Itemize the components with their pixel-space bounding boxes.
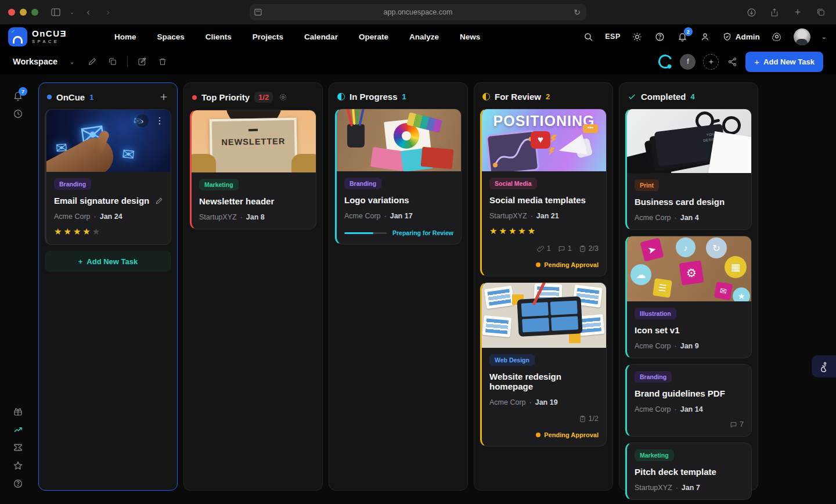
share-board-icon[interactable]	[726, 56, 738, 67]
logo-check-icon: ✓	[10, 28, 16, 35]
status-badge: Pending Approval	[544, 261, 599, 268]
task-card-newsletter[interactable]: NEWSLETTER Marketing Newsletter header S…	[190, 110, 316, 229]
alerts-bell-icon[interactable]: 7	[13, 91, 23, 101]
checklist-count: 1/2	[579, 415, 599, 423]
zoom-window-button[interactable]	[31, 9, 38, 16]
minimize-window-button[interactable]	[20, 9, 27, 16]
member-avatar[interactable]: f	[680, 54, 696, 70]
edit-title-pencil-icon[interactable]	[155, 197, 163, 205]
user-icon[interactable]	[700, 31, 711, 42]
sidebar-chevron-icon[interactable]: ⌄	[69, 5, 75, 19]
theme-toggle-icon[interactable]	[632, 31, 643, 42]
column-count: 1/2	[254, 92, 273, 103]
rating-stars: ★★★★★	[54, 226, 163, 237]
add-new-task-button[interactable]: + Add New Task	[745, 52, 823, 72]
close-window-button[interactable]	[8, 9, 15, 16]
status-dot	[536, 433, 540, 437]
task-card-website-redesign[interactable]: Web Design Website redesign homepage Acm…	[480, 282, 607, 447]
invite-member-button[interactable]: +	[703, 54, 719, 70]
card-date: Jan 8	[246, 213, 265, 221]
menu-item-analyze[interactable]: Analyze	[409, 33, 439, 41]
settings-gear-icon[interactable]	[771, 31, 783, 42]
menu-item-clients[interactable]: Clients	[206, 33, 232, 41]
status-row: Pending Approval	[489, 431, 599, 438]
tag-badge: Branding	[344, 178, 381, 189]
column-count: 1	[402, 92, 406, 101]
notifications-bell-icon[interactable]: 2	[677, 31, 689, 42]
forward-icon[interactable]: ›	[101, 5, 115, 19]
card-more-icon[interactable]: ⋮	[153, 114, 166, 127]
card-meta-icons: 1/2	[489, 415, 599, 423]
menu-item-news[interactable]: News	[460, 33, 480, 41]
progress-label: Preparing for Review	[392, 229, 453, 236]
tickets-icon[interactable]	[13, 442, 23, 453]
rename-pencil-icon[interactable]	[87, 56, 98, 67]
tag-badge: Marketing	[199, 179, 239, 190]
card-client: StartupXYZ	[635, 484, 672, 492]
column-count: 2	[546, 92, 550, 101]
column-half-circle-icon	[337, 93, 345, 100]
support-help-icon[interactable]	[13, 478, 23, 489]
task-card-brand-guidelines[interactable]: Branding Brand guidelines PDF Acme Corp …	[625, 364, 752, 437]
task-card-pitch-deck[interactable]: Marketing Pitch deck template StartupXYZ…	[625, 442, 752, 500]
edit-board-icon[interactable]	[136, 56, 148, 67]
sidebar-toggle-icon[interactable]	[49, 5, 63, 19]
menu-item-home[interactable]: Home	[114, 33, 136, 41]
menu-item-projects[interactable]: Projects	[253, 33, 283, 41]
card-client: Acme Corp	[54, 213, 91, 221]
workspace-title: Workspace	[13, 57, 57, 66]
column-count: 4	[691, 92, 695, 101]
card-meta-icons: 1 1 2/3	[489, 244, 599, 253]
downloads-icon[interactable]	[744, 5, 758, 19]
menu-item-calendar[interactable]: Calendar	[304, 33, 338, 41]
new-tab-icon[interactable]: +	[791, 5, 805, 19]
status-badge: Pending Approval	[544, 431, 599, 438]
share-icon[interactable]	[767, 5, 781, 19]
task-card-logo-variations[interactable]: Branding Logo variations Acme Corp · Jan…	[335, 109, 462, 244]
tag-badge: Print	[635, 179, 659, 191]
card-expand-icon[interactable]: ›	[136, 114, 149, 127]
column-settings-gear-icon[interactable]	[279, 93, 288, 102]
history-clock-icon[interactable]	[13, 109, 23, 119]
workspace-chevron-down-icon[interactable]: ⌄	[66, 56, 78, 67]
column-add-task-button[interactable]: + Add New Task	[45, 251, 171, 272]
card-date: Jan 9	[680, 342, 699, 350]
plus-icon: +	[754, 57, 759, 67]
language-selector[interactable]: ESP	[605, 33, 621, 41]
logo-text: OnCUƎ	[32, 29, 67, 38]
duplicate-icon[interactable]	[107, 56, 118, 67]
tab-overview-icon[interactable]	[814, 5, 828, 19]
card-image-positioning: POSITIONING ♥ •••	[482, 109, 606, 171]
address-bar[interactable]: app.oncuespace.com ↻	[250, 4, 586, 20]
profile-chevron-down-icon[interactable]: ⌄	[821, 33, 827, 41]
profile-avatar[interactable]	[794, 28, 810, 45]
favorites-star-icon[interactable]	[13, 460, 23, 471]
task-card-icon-set[interactable]: ➤ ☁ ☰ ♪ ⚙ ↻ ▦ ✉ ★ Illustration Icon set …	[625, 236, 752, 358]
column-title: Top Priority	[201, 92, 250, 102]
search-icon[interactable]	[582, 31, 594, 42]
task-card-email-signature[interactable]: ✉ ✉ ✉ ✉ › ⋮ Branding Email signature	[45, 109, 171, 245]
analytics-trend-icon[interactable]	[13, 424, 23, 435]
card-date: Jan 21	[536, 212, 559, 220]
help-icon[interactable]	[654, 31, 666, 42]
task-card-social-media[interactable]: POSITIONING ♥ ••• Social Media Soci	[480, 109, 607, 276]
admin-menu[interactable]: Admin	[722, 32, 760, 42]
card-title: Business card design	[635, 197, 725, 207]
column-add-icon[interactable]	[158, 92, 169, 102]
tag-badge: Branding	[635, 371, 672, 383]
rewards-gift-icon[interactable]	[13, 406, 23, 417]
column-status-dot	[192, 95, 197, 100]
reload-icon[interactable]: ↻	[574, 8, 581, 17]
column-count: 1	[89, 93, 93, 102]
card-client: Acme Corp	[635, 405, 671, 413]
menu-item-spaces[interactable]: Spaces	[157, 33, 185, 41]
card-date: Jan 19	[535, 398, 558, 406]
app-logo[interactable]: ✓ OnCUƎ SPACE	[8, 27, 67, 46]
menu-item-operate[interactable]: Operate	[359, 33, 388, 41]
comments-count: 7	[730, 420, 744, 429]
accessibility-widget-button[interactable]	[812, 355, 836, 377]
archive-trash-icon[interactable]	[157, 56, 168, 67]
task-card-business-card[interactable]: YOURDESIGN Print Business card design Ac…	[625, 109, 752, 230]
card-image-icon-set: ➤ ☁ ☰ ♪ ⚙ ↻ ▦ ✉ ★	[627, 236, 751, 301]
back-icon[interactable]: ‹	[81, 5, 95, 19]
